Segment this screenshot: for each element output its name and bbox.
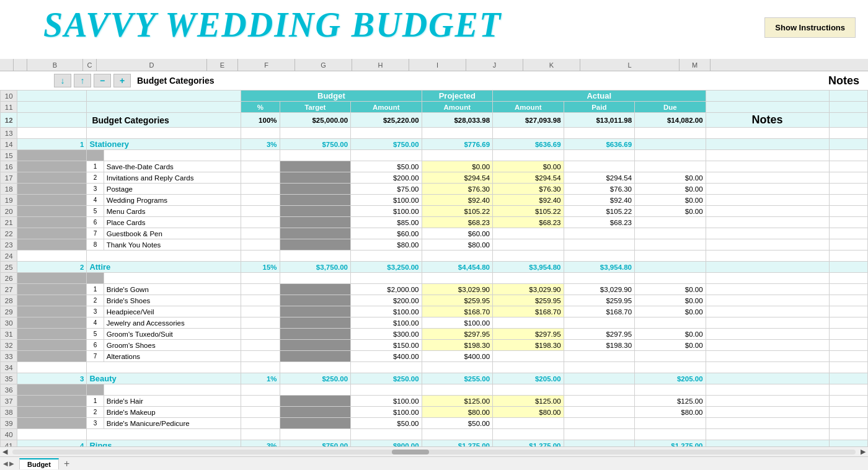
cat-1-actual: $636.69 [493,139,564,150]
col-letter-e: E [207,59,238,71]
due-header: Due [635,102,706,113]
cat-2-name: Attire [89,262,110,272]
sheet-tab-bar: ◀ ▶ Budget + [0,456,868,470]
item-row: 20 5 Menu Cards $100.00 $105.22 $105.22 … [1,206,868,217]
col-letter-f: F [238,59,295,71]
move-up-button[interactable]: ↑ [74,74,91,87]
horizontal-scrollbar[interactable]: ◀ ▶ [0,446,868,456]
show-instructions-button[interactable]: Show Instructions [764,17,856,38]
cat-1-percent: 3% [241,139,280,150]
actual-amount-header: Amount [493,102,564,113]
col-letter-b: B [27,59,83,71]
budget-header: Budget [241,91,422,102]
item-row: 30 4 Jewelry and Accessories $100.00 $10… [1,317,868,329]
item-row: 19 4 Wedding Programs $100.00 $92.40 $92… [1,195,868,206]
add-button[interactable]: + [113,74,131,87]
cat-1-paid: $636.69 [564,139,635,150]
projected-header: Projected [422,91,493,102]
projected-amount-header: Amount [422,102,493,113]
total-actual: $27,093.98 [493,113,564,128]
item-row: 17 2 Invitations and Reply Cards $200.00… [1,172,868,184]
col-letter-c: C [83,59,97,71]
budget-sheet-tab[interactable]: Budget [19,458,59,469]
row-12: 12 [1,113,17,128]
col-letter-d: D [97,59,207,71]
col-letter-l: L [580,59,680,71]
spreadsheet: SAVVY WEDDING BUDGET Show Instructions B… [0,0,868,470]
actual-header: Actual [493,91,706,102]
item-row: 31 5 Groom's Tuxedo/Suit $300.00 $297.95… [1,329,868,340]
item-row: 23 8 Thank You Notes $80.00 $80.00 [1,239,868,251]
move-down-button[interactable]: ↓ [54,74,71,87]
item-row: 18 3 Postage $75.00 $76.30 $76.30 $76.30… [1,184,868,195]
total-paid: $13,011.98 [564,113,635,128]
spacer-36: 36 [1,384,868,396]
spacer-24: 24 [1,251,868,262]
notes-label: Notes [214,74,862,87]
item-row: 37 1 Bride's Hair $100.00 $125.00 $125.0… [1,396,868,407]
cat-1-name: Stationery [89,140,129,149]
top-area: SAVVY WEDDING BUDGET Show Instructions [0,0,868,59]
total-projected: $28,033.98 [422,113,493,128]
controls-area: ↓ ↑ − + Budget Categories Notes [0,71,868,90]
col-letter-j: J [466,59,523,71]
item-row: 16 1 Save-the-Date Cards $50.00 $0.00 $0… [1,161,868,172]
total-percent: 100% [241,113,280,128]
item-row: 27 1 Bride's Gown $2,000.00 $3,029.90 $3… [1,284,868,295]
col-letter-i: I [409,59,466,71]
spacer-40: 40 [1,429,868,440]
budget-table: 10 Budget Projected Actual 11 % Target [0,90,868,446]
scroll-right-btn[interactable]: ▶ [858,448,868,456]
scroll-tabs-left[interactable]: ◀ ▶ [3,460,18,467]
item-row: 29 3 Headpiece/Veil $100.00 $168.70 $168… [1,306,868,317]
notes-col-header: Notes [706,113,829,128]
spacer-15: 15 [1,150,868,161]
col-letter-a [0,59,14,71]
percent-header: % [241,102,280,113]
scroll-thumb[interactable] [392,450,429,454]
scroll-track[interactable] [12,450,856,454]
add-sheet-button[interactable]: + [60,458,73,469]
spacer-34: 34 [1,362,868,373]
col-letter-g: G [295,59,352,71]
col-letter-h: H [352,59,409,71]
header-row-2: 11 % Target Amount Amount Amount Paid Du… [1,102,868,113]
item-row: 32 6 Groom's Shoes $150.00 $198.30 $198.… [1,340,868,351]
col-letter-k: K [523,59,580,71]
cat-1-projected: $776.69 [422,139,493,150]
app-title: SAVVY WEDDING BUDGET [6,5,502,45]
target-header: Target [280,102,351,113]
arrow-buttons: ↓ ↑ − + [20,74,131,87]
total-due: $14,082.00 [635,113,706,128]
spacer-13: 13 [1,128,868,139]
item-row: 39 3 Bride's Manicure/Pedicure $50.00 $5… [1,418,868,429]
cat-header-stationery: 14 1 Stationery 3% $750.00 $750.00 $776.… [1,139,868,150]
cat-1-target: $750.00 [280,139,351,150]
paid-header: Paid [564,102,635,113]
scroll-left-btn[interactable]: ◀ [0,448,10,456]
col-letter-m: M [680,59,711,71]
item-row: 22 7 Guestbook & Pen $60.00 $60.00 [1,228,868,239]
budget-categories-label: Budget Categories [87,113,241,128]
item-row: 38 2 Bride's Makeup $100.00 $80.00 $80.0… [1,407,868,418]
row-11: 11 [1,102,17,113]
categories-label: Budget Categories [131,76,214,86]
cat-header-beauty: 35 3 Beauty 1% $250.00 $250.00 $255.00 $… [1,373,868,384]
cat-header-rings: 41 4 Rings 3% $750.00 $900.00 $1,275.00 … [1,440,868,447]
item-row: 21 6 Place Cards $85.00 $68.23 $68.23 $6… [1,217,868,228]
row-10: 10 [1,91,17,102]
spacer-26: 26 [1,273,868,284]
totals-row: 12 Budget Categories 100% $25,000.00 $25… [1,113,868,128]
total-target: $25,000.00 [280,113,351,128]
remove-button[interactable]: − [94,74,111,87]
item-row: 28 2 Bride's Shoes $200.00 $259.95 $259.… [1,295,868,306]
cat-1-amount: $750.00 [351,139,422,150]
cat-header-attire: 25 2 Attire 15% $3,750.00 $3,250.00 $4,4… [1,262,868,273]
header-row-1: 10 Budget Projected Actual [1,91,868,102]
grid-area: 10 Budget Projected Actual 11 % Target [0,90,868,446]
total-amount: $25,220.00 [351,113,422,128]
col-letter-row [14,59,27,71]
column-headers: B C D E F G H I J K L M [0,59,868,71]
item-row: 33 7 Alterations $400.00 $400.00 [1,351,868,362]
amount-header: Amount [351,102,422,113]
